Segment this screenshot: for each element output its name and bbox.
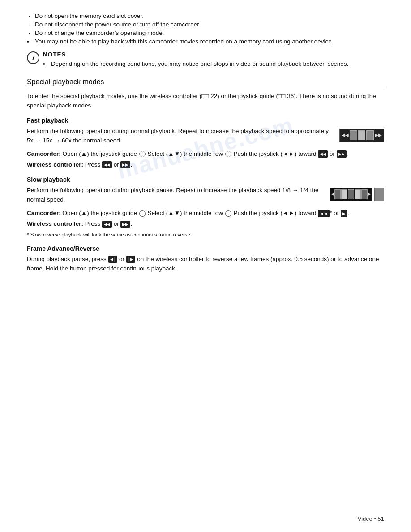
frame-advance-title: Frame Advance/Reverse	[27, 245, 384, 252]
fast-playback-filmstrip: ◀◀ ▶▶	[339, 129, 384, 142]
bullet-note: You may not be able to play back with th…	[27, 38, 384, 45]
slow-cell-4	[355, 189, 361, 199]
notes-icon: i	[27, 51, 39, 64]
slow-cell-2	[341, 189, 347, 199]
notes-right: NOTES Depending on the recording conditi…	[43, 51, 348, 71]
special-intro: To enter the special playback modes, use…	[27, 92, 384, 111]
slow-cell-5	[361, 189, 368, 199]
slow-filmstrip: ◀ ▶	[330, 188, 372, 201]
fast-playback-subsection: Fast playback Perform the following oper…	[27, 117, 384, 170]
fast-circle-icon-1	[139, 151, 146, 157]
fast-playback-text-col: Perform the following operation during n…	[27, 127, 330, 147]
slow-playback-body: Perform the following operation during p…	[27, 186, 323, 205]
frame-rev-btn: ◀│	[108, 256, 118, 263]
slow-camcorder-line: Camcorder: Open (▲) the joystick guide S…	[27, 208, 384, 218]
bullet-item-1: Do not open the memory card slot cover.	[27, 13, 384, 19]
slow-playback-content: Perform the following operation during p…	[27, 186, 384, 206]
slow-btn-fwd: ▶	[341, 210, 347, 217]
frame-advance-body-block: During playback pause, press ◀│ or │▶ on…	[27, 255, 384, 274]
slow-arrow-right: ▶	[368, 193, 371, 196]
fast-circle-icon-2	[225, 151, 231, 157]
fast-playback-title: Fast playback	[27, 117, 384, 124]
slow-wireless-btn-ff: ▶▶	[120, 221, 130, 228]
fast-playback-content: Perform the following operation during n…	[27, 127, 384, 147]
notes-list: Depending on the recording conditions, y…	[43, 60, 348, 67]
notes-bullet-1: Depending on the recording conditions, y…	[43, 60, 348, 67]
fast-camcorder-label: Camcorder:	[27, 150, 61, 157]
special-section-title: Special playback modes	[27, 78, 384, 88]
slow-circle-icon-1	[139, 210, 146, 217]
notes-box: i NOTES Depending on the recording condi…	[27, 51, 384, 71]
fast-btn-rewind: ◀◀	[318, 150, 328, 158]
slow-camcorder-label: Camcorder:	[27, 210, 61, 216]
slow-playback-text-col: Perform the following operation during p…	[27, 186, 323, 206]
fast-btn-ff: ▶▶	[337, 150, 347, 158]
fast-wireless-line: Wireless controller: Press ◀◀ or ▶▶.	[27, 160, 384, 170]
bullet-item-3: Do not change the camcorder's operating …	[27, 30, 384, 36]
slow-square-icon	[374, 188, 384, 201]
filmstrip-cell-3	[366, 130, 374, 140]
frame-advance-subsection: Frame Advance/Reverse During playback pa…	[27, 245, 384, 274]
footer: Video • 51	[358, 515, 384, 522]
fast-camcorder-line: Camcorder: Open (▲) the joystick guide S…	[27, 149, 384, 159]
slow-playback-title: Slow playback	[27, 176, 384, 183]
filmstrip-arrow-left: ◀◀	[342, 133, 349, 137]
notes-label: NOTES	[43, 51, 348, 58]
fast-playback-body: Perform the following operation during n…	[27, 127, 330, 146]
slow-playback-subsection: Slow playback Perform the following oper…	[27, 176, 384, 239]
slow-wireless-line: Wireless controller: Press ◀◀ or ▶▶.	[27, 219, 384, 229]
bullet-item-2: Do not disconnect the power source or tu…	[27, 21, 384, 28]
slow-circle-icon-2	[225, 210, 231, 217]
fast-wireless-btn-ff: ▶▶	[120, 161, 130, 168]
slow-btn-rev: ◄◄	[318, 210, 330, 217]
slow-select-text: Select	[148, 210, 166, 216]
frame-fwd-btn: │▶	[126, 256, 136, 263]
slow-cell-3	[348, 189, 354, 199]
filmstrip-cell-1	[350, 130, 357, 140]
fast-wireless-label: Wireless controller:	[27, 161, 83, 168]
top-bullet-list: Do not open the memory card slot cover. …	[27, 13, 384, 45]
filmstrip-cell-2	[358, 130, 366, 140]
filmstrip-arrow-right: ▶▶	[375, 133, 382, 137]
slow-cell-1	[334, 189, 341, 199]
slow-wireless-btn-rew: ◀◀	[102, 221, 112, 228]
fast-select-text: Select	[148, 150, 165, 157]
fast-wireless-btn-rew: ◀◀	[102, 161, 112, 168]
slow-footnote: * Slow reverse playback will look the sa…	[27, 231, 384, 239]
slow-wireless-label: Wireless controller:	[27, 220, 83, 227]
slow-arrow-left: ◀	[331, 193, 334, 196]
slow-playback-filmstrip-wrap: ◀ ▶	[330, 188, 384, 201]
